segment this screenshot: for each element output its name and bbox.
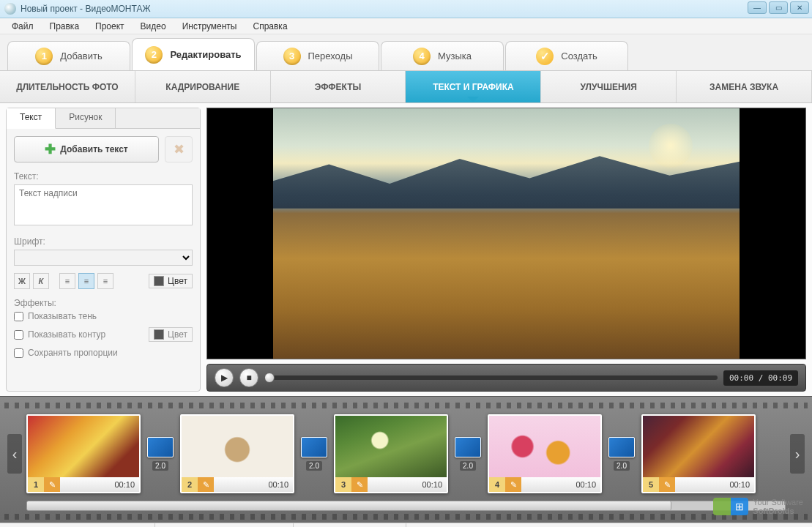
clip-duration: 00:10 <box>729 480 754 489</box>
timeline-clip[interactable]: 3 ✎ 00:10 <box>334 414 448 493</box>
subtool-photo-duration[interactable]: ДЛИТЕЛЬНОСТЬ ФОТО <box>0 71 135 102</box>
color-label: Цвет <box>168 276 187 286</box>
align-left-icon: ≡ <box>65 277 70 285</box>
font-select[interactable] <box>14 250 193 266</box>
transition-thumbnail <box>608 437 635 457</box>
timeline-clip[interactable]: 1 ✎ 00:10 <box>26 414 141 493</box>
stage-add[interactable]: 1 Добавить <box>7 41 130 70</box>
clip-duration: 00:10 <box>268 480 293 489</box>
maximize-button[interactable]: ▭ <box>769 1 788 14</box>
tab-text[interactable]: Текст <box>7 108 56 129</box>
outline-color-button[interactable]: Цвет <box>149 327 193 342</box>
menu-video[interactable]: Видео <box>133 20 174 33</box>
timeline-prev-button[interactable]: ‹ <box>7 434 22 474</box>
seek-slider[interactable] <box>264 375 718 380</box>
clip-number: 5 <box>643 477 659 492</box>
menu-edit[interactable]: Правка <box>42 20 87 33</box>
keep-ratio-label: Сохранять пропорции <box>28 348 118 358</box>
clip-thumbnail <box>28 416 139 477</box>
windows-icon: ⊞ <box>731 498 748 515</box>
stage-number-icon: 2 <box>145 46 163 64</box>
clip-edit-button[interactable]: ✎ <box>505 477 521 492</box>
align-left-button[interactable]: ≡ <box>59 273 75 289</box>
subtool-replace-audio[interactable]: ЗАМЕНА ЗВУКА <box>677 71 812 102</box>
play-button[interactable]: ▶ <box>215 368 234 387</box>
stage-edit[interactable]: 2 Редактировать <box>132 38 255 70</box>
transition-duration: 2.0 <box>614 461 630 471</box>
transition-slot[interactable]: 2.0 <box>300 437 328 471</box>
clip-number: 4 <box>489 477 505 492</box>
clip-edit-button[interactable]: ✎ <box>351 477 368 492</box>
outline-checkbox[interactable] <box>14 330 23 340</box>
menu-help[interactable]: Справка <box>245 20 294 33</box>
tab-image[interactable]: Рисунок <box>56 108 116 128</box>
pencil-icon: ✎ <box>203 480 209 490</box>
bold-button[interactable]: Ж <box>14 273 30 289</box>
stage-tabs: 1 Добавить 2 Редактировать 3 Переходы 4 … <box>0 34 812 71</box>
subtool-text-graphics[interactable]: ТЕКСТ И ГРАФИКА <box>406 71 541 102</box>
transition-slot[interactable]: 2.0 <box>608 437 636 471</box>
clip-edit-button[interactable]: ✎ <box>198 477 214 492</box>
filmstrip-decoration <box>4 514 808 520</box>
menu-project[interactable]: Проект <box>88 20 132 33</box>
menu-tools[interactable]: Инструменты <box>175 20 245 33</box>
chevron-left-icon: ‹ <box>12 446 18 463</box>
video-preview[interactable] <box>206 108 806 359</box>
color-label: Цвет <box>168 329 187 340</box>
outline-label: Показывать контур <box>28 329 105 340</box>
align-right-button[interactable]: ≡ <box>97 273 113 289</box>
clip-edit-button[interactable]: ✎ <box>659 477 675 492</box>
titlebar: Новый проект - ВидеоМОНТАЖ — ▭ ✕ <box>0 0 812 18</box>
clip-edit-button[interactable]: ✎ <box>44 477 60 492</box>
clip-duration: 00:10 <box>422 480 447 489</box>
watermark: ⊞ Your Software SoftDroids <box>713 498 803 515</box>
stage-number-icon: 4 <box>413 48 431 65</box>
color-swatch-icon <box>154 276 164 286</box>
timeline-scrollbar[interactable] <box>26 501 786 511</box>
transition-duration: 2.0 <box>152 461 168 471</box>
menubar: Файл Правка Проект Видео Инструменты Спр… <box>0 18 812 34</box>
edit-subtoolbar: ДЛИТЕЛЬНОСТЬ ФОТО КАДРИРОВАНИЕ ЭФФЕКТЫ Т… <box>0 71 812 103</box>
timeline-clip[interactable]: 5 ✎ 00:10 <box>641 414 756 493</box>
transition-slot[interactable]: 2.0 <box>454 437 482 471</box>
stage-create[interactable]: ✓ Создать <box>505 41 628 70</box>
minimize-button[interactable]: — <box>748 1 767 14</box>
add-text-button[interactable]: ✚ Добавить текст <box>14 136 159 162</box>
watermark-line2: SoftDroids <box>753 507 803 515</box>
subtool-effects[interactable]: ЭФФЕКТЫ <box>271 71 406 102</box>
close-button[interactable]: ✕ <box>790 1 809 14</box>
align-center-button[interactable]: ≡ <box>78 273 94 289</box>
clip-thumbnail <box>182 416 293 477</box>
check-icon: ✓ <box>536 48 554 65</box>
timeline-clip[interactable]: 4 ✎ 00:10 <box>488 414 602 493</box>
transition-slot[interactable]: 2.0 <box>146 437 174 471</box>
transition-thumbnail <box>301 437 327 457</box>
pencil-icon: ✎ <box>664 480 671 490</box>
stage-label: Переходы <box>308 51 353 61</box>
italic-button[interactable]: К <box>33 273 49 289</box>
subtool-enhance[interactable]: УЛУЧШЕНИЯ <box>541 71 677 102</box>
caption-text-input[interactable] <box>14 184 193 225</box>
stop-button[interactable]: ■ <box>239 368 258 387</box>
seek-thumb[interactable] <box>264 373 275 383</box>
font-label: Шрифт: <box>14 236 193 247</box>
keep-ratio-checkbox[interactable] <box>14 348 23 358</box>
clip-thumbnail <box>335 416 447 477</box>
text-field-label: Текст: <box>14 171 193 182</box>
menu-file[interactable]: Файл <box>4 20 41 33</box>
subtool-crop[interactable]: КАДРИРОВАНИЕ <box>135 71 271 102</box>
plus-icon: ✚ <box>45 141 56 157</box>
stage-label: Добавить <box>60 51 102 61</box>
stage-transitions[interactable]: 3 Переходы <box>256 41 379 70</box>
clip-thumbnail <box>643 416 754 477</box>
window-title: Новый проект - ВидеоМОНТАЖ <box>21 4 151 14</box>
stage-music[interactable]: 4 Музыка <box>381 41 504 70</box>
timeline-next-button[interactable]: › <box>790 434 805 474</box>
shadow-checkbox[interactable] <box>14 312 23 321</box>
transition-thumbnail <box>455 437 481 457</box>
text-color-button[interactable]: Цвет <box>149 274 193 288</box>
delete-text-button[interactable]: ✖ <box>165 136 193 162</box>
scrollbar-thumb[interactable] <box>27 501 671 510</box>
timeline-clip[interactable]: 2 ✎ 00:10 <box>180 414 294 493</box>
clip-duration: 00:10 <box>114 480 139 489</box>
